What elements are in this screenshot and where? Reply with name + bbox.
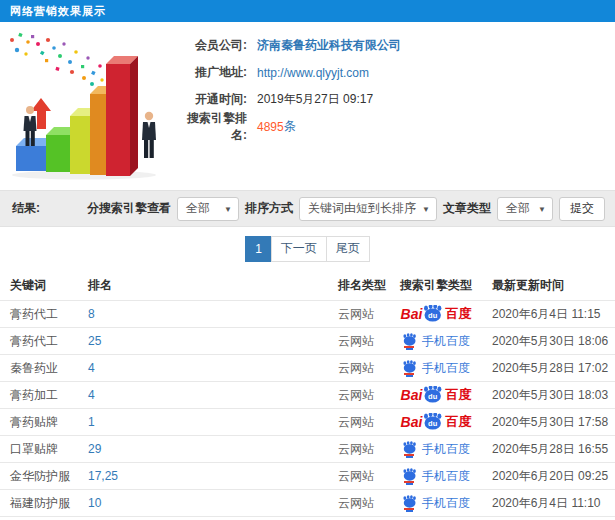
cell-update-time: 2020年5月30日 17:58: [482, 414, 615, 431]
mobile-baidu-paw-icon: [402, 441, 417, 458]
cell-rank[interactable]: 1: [78, 415, 328, 429]
cell-update-time: 2020年5月28日 17:02: [482, 360, 615, 377]
baidu-cn-text: 百度: [445, 413, 471, 431]
info-row-company: 会员公司: 济南秦鲁药业科技有限公司: [175, 32, 605, 59]
filter-controls: 分搜索引擎查看 全部 ▼ 排序方式 关键词由短到长排序 ▼ 文章类型 全部 ▼ …: [87, 197, 605, 221]
cell-engine-type: 手机百度: [390, 360, 482, 377]
svg-text:du: du: [429, 392, 439, 401]
baidu-bai-text: Bai: [401, 306, 423, 322]
cell-engine-type: 手机百度: [390, 441, 482, 458]
cell-engine-type: 手机百度: [390, 333, 482, 350]
page-1-button[interactable]: 1: [245, 236, 272, 262]
company-label: 会员公司:: [175, 37, 247, 54]
sort-filter-label: 排序方式: [245, 200, 293, 217]
info-row-url: 推广地址: http://www.qlyyjt.com: [175, 59, 605, 86]
baidu-paw-icon: du: [422, 305, 443, 322]
info-row-ranking-count: 搜索引擎排名: 4895 条: [175, 113, 605, 140]
sort-filter-select[interactable]: 关键词由短到长排序 ▼: [299, 197, 437, 221]
mobile-baidu-paw-icon: [402, 333, 417, 350]
mobile-baidu-logo: 手机百度: [402, 468, 470, 485]
cell-update-time: 2020年5月30日 18:03: [482, 387, 615, 404]
table-row[interactable]: 金华防护服 17,25 云网站 手机百度 2020年6月20日 0: [0, 462, 615, 489]
table-row[interactable]: 膏药代工 8 云网站 Bai du 百度 2020年6月4日 11:15: [0, 300, 615, 327]
baidu-bai-text: Bai: [401, 414, 423, 430]
cell-update-time: 2020年6月4日 11:10: [482, 495, 615, 512]
header-engine-type: 搜索引擎类型: [390, 277, 482, 294]
filter-bar: 结果: 分搜索引擎查看 全部 ▼ 排序方式 关键词由短到长排序 ▼ 文章类型 全…: [0, 190, 615, 227]
header-keyword: 关键词: [0, 277, 78, 294]
cell-engine-type: Bai du 百度: [390, 386, 482, 404]
open-time-label: 开通时间:: [175, 91, 247, 108]
table-row[interactable]: 口罩贴牌 29 云网站 手机百度 2020年5月28日 16:55: [0, 435, 615, 462]
table-row[interactable]: 秦鲁药业 4 云网站 手机百度 2020年5月28日 17:02: [0, 354, 615, 381]
last-page-button[interactable]: 尾页: [326, 236, 370, 262]
baidu-cn-text: 百度: [445, 386, 471, 404]
table-row[interactable]: 膏药贴牌 1 云网站 Bai du 百度 2020年5月30日 17:58: [0, 408, 615, 435]
baidu-paw-icon: du: [422, 386, 443, 403]
table-row[interactable]: 手机百度: [0, 516, 615, 520]
results-table: 关键词 排名 排名类型 搜索引擎类型 最新更新时间 膏药代工 8 云网站 Bai…: [0, 270, 615, 520]
cell-rank[interactable]: 29: [78, 442, 328, 456]
cell-rank[interactable]: 4: [78, 388, 328, 402]
cell-keyword: 膏药贴牌: [0, 414, 78, 431]
mobile-baidu-logo: 手机百度: [402, 360, 470, 377]
result-label: 结果:: [12, 200, 40, 217]
cell-update-time: 2020年5月28日 16:55: [482, 441, 615, 458]
cell-rank[interactable]: 4: [78, 361, 328, 375]
cell-keyword: 秦鲁药业: [0, 360, 78, 377]
mobile-baidu-label: 手机百度: [422, 441, 470, 458]
company-info: 会员公司: 济南秦鲁药业科技有限公司 推广地址: http://www.qlyy…: [175, 32, 605, 140]
mobile-baidu-logo: 手机百度: [402, 495, 470, 512]
title-bar: 网络营销效果展示: [0, 0, 615, 22]
table-row[interactable]: 福建防护服 10 云网站 手机百度 2020年6月4日 11:10: [0, 489, 615, 516]
mobile-baidu-label: 手机百度: [422, 495, 470, 512]
table-row[interactable]: 膏药代工 25 云网站 手机百度 2020年5月30日 18:06: [0, 327, 615, 354]
baidu-bai-text: Bai: [401, 387, 423, 403]
caret-down-icon: ▼: [422, 204, 430, 213]
info-panel: 会员公司: 济南秦鲁药业科技有限公司 推广地址: http://www.qlyy…: [0, 22, 615, 190]
cell-keyword: 金华防护服: [0, 468, 78, 485]
article-type-label: 文章类型: [443, 200, 491, 217]
engine-filter-label: 分搜索引擎查看: [87, 200, 171, 217]
cell-rank-type: 云网站: [328, 441, 390, 458]
baidu-paw-icon: du: [422, 413, 443, 430]
baidu-cn-text: 百度: [445, 305, 471, 323]
cell-rank-type: 云网站: [328, 333, 390, 350]
baidu-logo: Bai du 百度: [401, 413, 472, 431]
cell-update-time: 2020年6月20日 09:25: [482, 468, 615, 485]
cell-rank-type: 云网站: [328, 468, 390, 485]
header-rank-type: 排名类型: [328, 277, 390, 294]
promo-url-label: 推广地址:: [175, 64, 247, 81]
cell-rank-type: 云网站: [328, 360, 390, 377]
promo-url-link[interactable]: http://www.qlyyjt.com: [257, 66, 369, 80]
mobile-baidu-paw-icon: [402, 360, 417, 377]
cell-rank[interactable]: 17,25: [78, 469, 328, 483]
next-page-button[interactable]: 下一页: [271, 236, 327, 262]
mobile-baidu-label: 手机百度: [422, 360, 470, 377]
mobile-baidu-label: 手机百度: [422, 333, 470, 350]
cell-engine-type: Bai du 百度: [390, 413, 482, 431]
submit-button[interactable]: 提交: [559, 197, 605, 221]
table-body: 膏药代工 8 云网站 Bai du 百度 2020年6月4日 11:15 膏药代…: [0, 300, 615, 520]
cell-rank-type: 云网站: [328, 306, 390, 323]
article-type-select[interactable]: 全部 ▼: [497, 197, 553, 221]
cell-rank[interactable]: 8: [78, 307, 328, 321]
engine-filter-select[interactable]: 全部 ▼: [177, 197, 239, 221]
cell-keyword: 膏药加工: [0, 387, 78, 404]
mobile-baidu-logo: 手机百度: [402, 333, 470, 350]
header-rank: 排名: [78, 277, 328, 294]
ranking-count-value: 4895: [257, 120, 284, 134]
svg-text:du: du: [429, 419, 439, 428]
table-header: 关键词 排名 排名类型 搜索引擎类型 最新更新时间: [0, 270, 615, 300]
table-row[interactable]: 膏药加工 4 云网站 Bai du 百度 2020年5月30日 18:03: [0, 381, 615, 408]
mobile-baidu-paw-icon: [402, 495, 417, 512]
open-time-value: 2019年5月27日 09:17: [257, 91, 373, 108]
cell-engine-type: 手机百度: [390, 468, 482, 485]
company-name-link[interactable]: 济南秦鲁药业科技有限公司: [257, 37, 401, 54]
cell-keyword: 口罩贴牌: [0, 441, 78, 458]
cell-rank[interactable]: 25: [78, 334, 328, 348]
cell-rank[interactable]: 10: [78, 496, 328, 510]
bar-red: [106, 56, 138, 176]
cell-update-time: 2020年5月30日 18:06: [482, 333, 615, 350]
mobile-baidu-label: 手机百度: [422, 468, 470, 485]
